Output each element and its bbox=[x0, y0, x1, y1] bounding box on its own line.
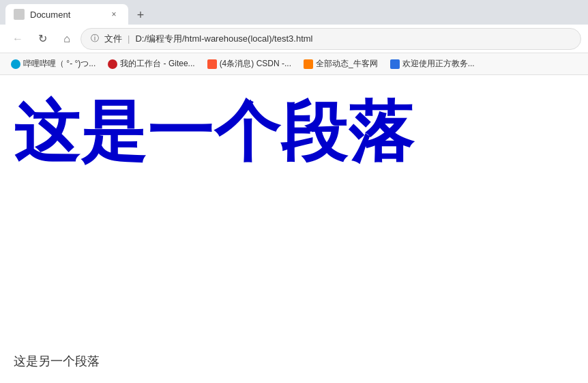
address-bar[interactable]: ⓘ 文件 | D:/编程专用/html-warehouse(local)/tes… bbox=[80, 28, 581, 50]
page-content: 这是一个段落 这是另一个段落 bbox=[0, 75, 588, 383]
cow-label: 全部动态_牛客网 bbox=[316, 58, 378, 70]
csdn-favicon bbox=[207, 59, 217, 69]
zf-label: 欢迎使用正方教务... bbox=[402, 58, 475, 70]
gitee-favicon bbox=[108, 59, 117, 69]
bilibili-label: 哔哩哔哩（ °- °)つ... bbox=[23, 58, 95, 70]
tab-close-button[interactable]: × bbox=[108, 8, 120, 20]
bookmark-gitee[interactable]: 我的工作台 - Gitee... bbox=[102, 56, 200, 72]
navbar: ← ↻ ⌂ ⓘ 文件 | D:/编程专用/html-warehouse(loca… bbox=[0, 25, 588, 53]
bilibili-favicon bbox=[11, 59, 20, 69]
security-icon: ⓘ bbox=[91, 33, 99, 44]
refresh-button[interactable]: ↻ bbox=[31, 28, 53, 50]
home-button[interactable]: ⌂ bbox=[56, 28, 78, 50]
tab-favicon bbox=[14, 9, 25, 20]
address-text: D:/编程专用/html-warehouse(local)/test3.html bbox=[135, 33, 312, 45]
cow-favicon bbox=[304, 59, 313, 69]
tab-title: Document bbox=[30, 10, 102, 20]
address-separator: | bbox=[128, 33, 130, 44]
gitee-label: 我的工作台 - Gitee... bbox=[120, 58, 194, 70]
new-tab-button[interactable]: + bbox=[131, 5, 150, 25]
bookmark-zf[interactable]: 欢迎使用正方教务... bbox=[385, 56, 480, 72]
bookmarks-bar: 哔哩哔哩（ °- °)つ... 我的工作台 - Gitee... (4条消息) … bbox=[0, 53, 588, 75]
bookmark-csdn[interactable]: (4条消息) CSDN -... bbox=[202, 56, 297, 72]
file-prefix: 文件 bbox=[104, 33, 122, 45]
bookmark-bilibili[interactable]: 哔哩哔哩（ °- °)つ... bbox=[5, 56, 101, 72]
back-button[interactable]: ← bbox=[7, 28, 29, 50]
csdn-label: (4条消息) CSDN -... bbox=[220, 58, 291, 70]
active-tab[interactable]: Document × bbox=[5, 4, 128, 25]
secondary-paragraph: 这是另一个段落 bbox=[14, 353, 574, 369]
zf-favicon bbox=[390, 59, 400, 69]
main-paragraph: 这是一个段落 bbox=[14, 96, 574, 168]
bookmark-cow[interactable]: 全部动态_牛客网 bbox=[298, 56, 383, 72]
tab-bar: Document × + bbox=[0, 0, 588, 25]
